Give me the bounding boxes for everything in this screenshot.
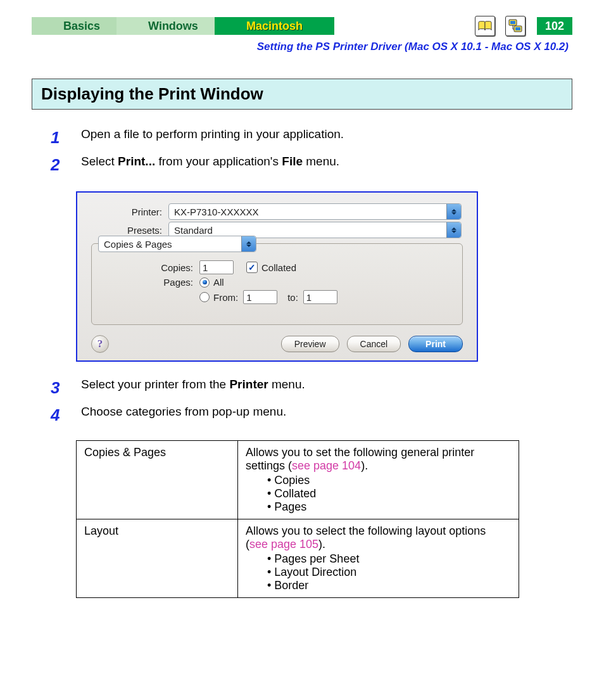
pages-from-label: From: — [213, 292, 238, 303]
svg-rect-1 — [510, 21, 515, 24]
pages-from-input[interactable]: 1 — [243, 290, 277, 304]
page-number: 102 — [537, 17, 572, 35]
pages-from-radio[interactable] — [199, 292, 210, 302]
step-text: Select Print... from your application's … — [81, 153, 339, 171]
category-select[interactable]: Copies & Pages — [98, 236, 256, 252]
step-number: 2 — [51, 153, 81, 177]
updown-icon — [241, 236, 256, 251]
print-button[interactable]: Print — [408, 336, 463, 352]
category-desc: Allows you to set the following general … — [238, 441, 519, 519]
cancel-button[interactable]: Cancel — [347, 336, 401, 352]
pages-to-label: to: — [287, 292, 298, 303]
network-icon[interactable] — [505, 16, 525, 36]
list-item: Copies — [267, 474, 511, 487]
step-number: 4 — [51, 403, 81, 428]
pages-label: Pages: — [132, 277, 199, 288]
list-item: Collated — [267, 487, 511, 500]
breadcrumb-subheader: Setting the PS Printer Driver (Mac OS X … — [32, 41, 572, 53]
category-name: Layout — [77, 519, 238, 598]
svg-rect-3 — [515, 27, 520, 30]
book-icon[interactable] — [475, 16, 495, 36]
printer-value: KX-P7310-XXXXXX — [174, 207, 258, 217]
categories-table: Copies & Pages Allows you to set the fol… — [76, 440, 519, 598]
list-item: Border — [267, 579, 511, 592]
updown-icon — [446, 204, 461, 219]
step-text: Select your printer from the Printer men… — [81, 376, 305, 394]
category-name: Copies & Pages — [77, 441, 238, 519]
list-item: Pages per Sheet — [267, 552, 511, 566]
step-number: 1 — [51, 125, 81, 150]
pages-to-input[interactable]: 1 — [303, 290, 337, 304]
section-heading: Displaying the Print Window — [32, 79, 572, 110]
print-dialog: Printer: KX-P7310-XXXXXX Presets: Standa… — [76, 191, 478, 362]
table-row: Layout Allows you to select the followin… — [77, 519, 519, 598]
step-text: Open a file to perform printing in your … — [81, 125, 344, 144]
step-2: 2 Select Print... from your application'… — [51, 153, 572, 177]
collated-checkbox[interactable]: ✓ — [246, 262, 258, 273]
pages-all-label: All — [213, 277, 224, 288]
top-nav: Basics Windows Macintosh 102 — [32, 15, 572, 37]
presets-value: Standard — [174, 225, 213, 236]
pages-all-radio[interactable] — [199, 277, 210, 288]
see-page-link[interactable]: see page 105 — [249, 538, 318, 550]
preview-button[interactable]: Preview — [281, 336, 339, 352]
collated-label: Collated — [261, 262, 296, 273]
copies-label: Copies: — [132, 262, 199, 273]
list-item: Layout Direction — [267, 566, 511, 579]
step-text: Choose categories from pop-up menu. — [81, 403, 286, 421]
printer-select[interactable]: KX-P7310-XXXXXX — [168, 203, 462, 220]
presets-label: Presets: — [92, 225, 168, 236]
category-value: Copies & Pages — [104, 239, 172, 250]
category-desc: Allows you to select the following layou… — [238, 519, 519, 598]
options-group: Copies & Pages Copies: 1 ✓ Collated Page… — [91, 243, 463, 325]
tab-basics[interactable]: Basics — [32, 17, 116, 35]
updown-icon — [446, 222, 461, 238]
copies-input[interactable]: 1 — [199, 260, 234, 274]
list-item: Pages — [267, 500, 511, 514]
help-button[interactable]: ? — [91, 335, 109, 353]
step-4: 4 Choose categories from pop-up menu. — [51, 403, 572, 428]
tab-windows[interactable]: Windows — [116, 17, 215, 35]
printer-label: Printer: — [92, 207, 168, 217]
step-3: 3 Select your printer from the Printer m… — [51, 376, 572, 400]
step-1: 1 Open a file to perform printing in you… — [51, 125, 572, 150]
step-number: 3 — [51, 376, 81, 400]
table-row: Copies & Pages Allows you to set the fol… — [77, 441, 519, 519]
see-page-link[interactable]: see page 104 — [292, 459, 361, 472]
tab-macintosh[interactable]: Macintosh — [215, 17, 334, 35]
